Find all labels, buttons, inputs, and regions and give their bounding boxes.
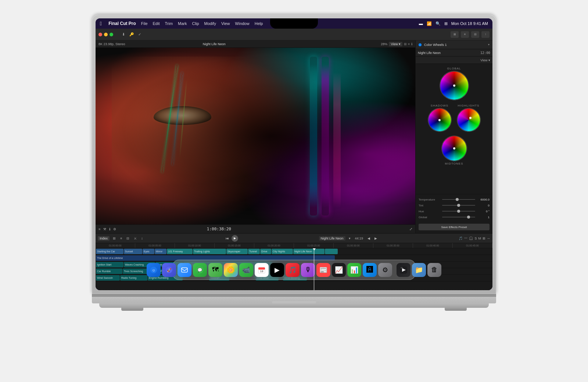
temperature-slider[interactable] <box>442 199 475 200</box>
tl-headphone-icon[interactable]: 🎧 <box>469 237 473 240</box>
clip-wind-swoosh[interactable]: Wind Swoosh <box>96 275 120 281</box>
viewer-ctrl-list[interactable]: ≡ <box>98 227 100 231</box>
tl-clip-dropdown[interactable]: ▾ <box>348 237 352 240</box>
import-icon[interactable]: ⬇ <box>121 32 126 37</box>
tl-snap-icon[interactable]: ⊞ <box>483 237 485 240</box>
clip-101freeway[interactable]: 101 Freeway <box>167 249 193 254</box>
menu-trim[interactable]: Trim <box>165 21 173 26</box>
midtones-color-wheel[interactable] <box>441 136 467 161</box>
clip-night-life-neon[interactable]: Night Life Neon <box>293 249 325 254</box>
tl-tool-1[interactable]: ⊞ <box>112 237 117 240</box>
menu-view[interactable]: View <box>221 21 230 26</box>
dock-stocks[interactable]: 📈 <box>332 263 346 277</box>
menu-edit[interactable]: Edit <box>153 21 160 26</box>
clip-car-rumble[interactable]: Car Rumble <box>96 269 122 274</box>
fullscreen-icon[interactable]: ⤢ <box>409 227 412 231</box>
tint-thumb[interactable] <box>457 204 460 207</box>
share-btn[interactable]: ↑ <box>481 31 490 38</box>
dock-maps[interactable]: 🗺 <box>208 263 222 277</box>
tl-speed-tool[interactable]: ↕ <box>140 237 144 240</box>
clip-sunset[interactable]: Sunset <box>124 249 142 254</box>
tl-skimming-icon[interactable]: ↔ <box>487 237 490 240</box>
clip-tail[interactable] <box>325 249 338 254</box>
view-button[interactable]: View ▾ <box>480 58 490 62</box>
tl-play-button[interactable]: ▶ <box>232 235 238 242</box>
tl-tool-3[interactable]: ⊟ <box>125 237 130 240</box>
filmstrip-btn[interactable]: ⊟ <box>471 31 479 38</box>
index-button[interactable]: Index <box>98 236 110 241</box>
trackpad-hint <box>272 301 316 303</box>
info-icon[interactable]: ℹ <box>411 42 412 46</box>
tl-mute-icon[interactable]: M <box>478 237 481 240</box>
tl-rewind-btn[interactable]: ⏮ <box>225 237 230 240</box>
menu-clip[interactable]: Clip <box>192 21 199 26</box>
dock-mail[interactable] <box>178 263 191 277</box>
menu-window[interactable]: Window <box>235 21 250 26</box>
dock-podcasts[interactable]: 🎙 <box>301 263 315 277</box>
dock-launchpad[interactable]: 🚀 <box>162 263 176 277</box>
viewer-ctrl-info[interactable]: ℹ <box>109 227 110 231</box>
tl-waveform-icon[interactable]: 〰 <box>464 237 467 240</box>
global-color-wheel[interactable] <box>440 71 469 100</box>
dock-trash[interactable]: 🗑 <box>427 263 441 277</box>
dock-facetime[interactable]: 📹 <box>239 263 253 277</box>
save-effects-preset-button[interactable]: Save Effects Preset <box>419 224 490 230</box>
menu-modify[interactable]: Modify <box>204 21 216 26</box>
zoom-level[interactable]: 28% <box>381 42 387 46</box>
highlights-color-wheel[interactable] <box>457 108 481 132</box>
hue-thumb[interactable] <box>457 210 460 213</box>
dock-finder[interactable]: ☺ <box>147 263 161 277</box>
clip-trailing-lights[interactable]: Trailing Lights <box>193 249 226 254</box>
menu-help[interactable]: Help <box>255 21 263 26</box>
check-icon[interactable]: ✓ <box>137 32 143 37</box>
viewer-ctrl-tool[interactable]: ⚒ <box>103 227 106 231</box>
playhead-triangle <box>313 248 316 251</box>
clip-starting-car[interactable]: Starting the Car <box>96 249 123 254</box>
temperature-thumb[interactable] <box>456 198 459 201</box>
dock-final-cut-pro[interactable] <box>397 263 410 277</box>
clip-mirror[interactable]: Mirror <box>155 249 166 254</box>
tl-nav-right[interactable]: ▶ <box>373 237 378 240</box>
menu-mark[interactable]: Mark <box>178 21 187 26</box>
dock-messages[interactable]: 💬 <box>193 263 207 277</box>
minimize-button[interactable] <box>104 33 108 36</box>
dock-system-settings[interactable]: ⚙ <box>378 263 392 277</box>
dock-calendar[interactable]: 18 <box>255 263 269 277</box>
hue-slider[interactable] <box>442 211 475 212</box>
clip-tunnel[interactable]: Tunnel <box>248 249 260 254</box>
search-icon[interactable]: 🔍 <box>435 21 441 26</box>
apple-logo[interactable]:  <box>100 21 102 26</box>
tl-solo-icon[interactable]: S <box>474 237 477 240</box>
control-center-icon[interactable]: ⊞ <box>444 21 448 26</box>
global-thumb[interactable] <box>467 216 470 219</box>
close-button[interactable] <box>98 33 102 36</box>
fullscreen-button[interactable] <box>110 33 113 36</box>
tint-slider[interactable] <box>442 205 475 206</box>
list-view-btn[interactable]: ≡ <box>461 31 469 38</box>
menu-file[interactable]: File <box>141 21 148 26</box>
viewer-ctrl-settings[interactable]: ⚙ <box>113 227 116 231</box>
key-icon[interactable]: 🔑 <box>129 32 135 37</box>
clip-drive[interactable]: Drive <box>260 249 271 254</box>
tl-nav-left[interactable]: ◀ <box>366 237 371 240</box>
tl-audio-icon[interactable]: 🎵 <box>459 237 463 240</box>
tl-play-controls: ⏮ ▶ <box>225 235 238 242</box>
tl-blade-tool[interactable]: ⚔ <box>133 237 138 240</box>
dock-folder[interactable]: 📁 <box>412 263 426 277</box>
dock-appletv[interactable]: ▶ <box>270 263 284 277</box>
dock-appstore[interactable]: 🅰 <box>363 263 377 277</box>
clip-ignition-start[interactable]: Ignition Start <box>96 262 123 267</box>
dock-numbers[interactable]: 📊 <box>347 263 361 277</box>
dock-news[interactable]: 📰 <box>316 263 330 277</box>
shadows-color-wheel[interactable] <box>428 108 452 132</box>
clip-eyes[interactable]: Eyes <box>143 249 154 254</box>
dock-music[interactable]: 🎵 <box>286 263 300 277</box>
grid-view-btn[interactable]: ⊞ <box>451 31 459 38</box>
view-btn[interactable]: View ▾ <box>389 42 402 46</box>
dock-photos[interactable]: 🌼 <box>224 263 238 277</box>
tl-tool-2[interactable]: ≡ <box>119 237 123 240</box>
clip-skyscraper[interactable]: Skyscraper <box>226 249 248 254</box>
clip-city-nights[interactable]: City Nights <box>272 249 293 254</box>
clip-radio-tuning[interactable]: Radio Tuning <box>120 275 147 281</box>
global-slider[interactable] <box>442 217 475 217</box>
